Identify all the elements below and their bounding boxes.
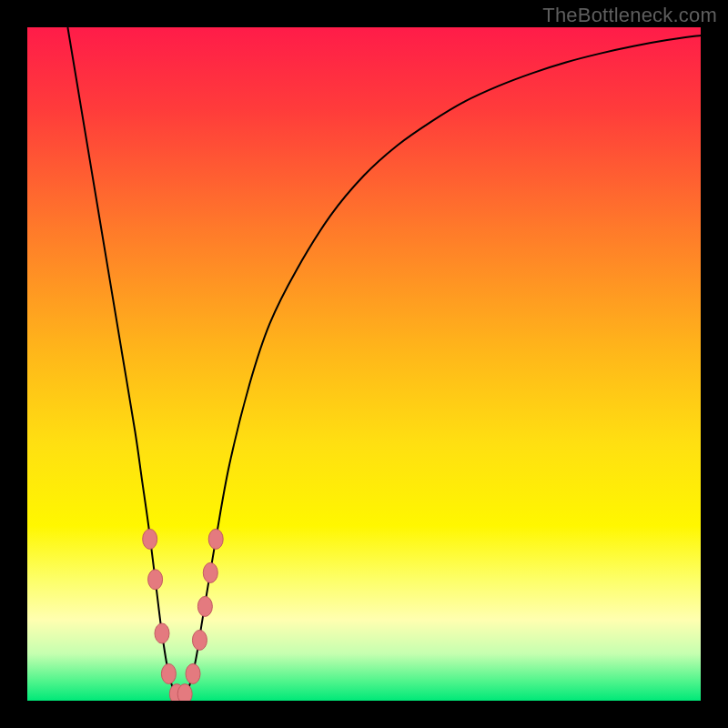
bead-marker [203,562,217,582]
bead-marker [148,570,163,590]
plot-area [27,27,701,701]
bead-marker [192,630,207,650]
chart-svg [27,27,701,701]
bead-marker [186,663,200,683]
gradient-background [27,27,701,701]
bead-marker [197,596,212,616]
bead-marker [161,663,176,683]
outer-frame: TheBottleneck.com [0,0,728,728]
bead-marker [177,684,192,701]
bead-marker [143,529,157,549]
bead-marker [155,623,169,643]
watermark-text: TheBottleneck.com [542,4,717,27]
bead-marker [208,529,223,549]
